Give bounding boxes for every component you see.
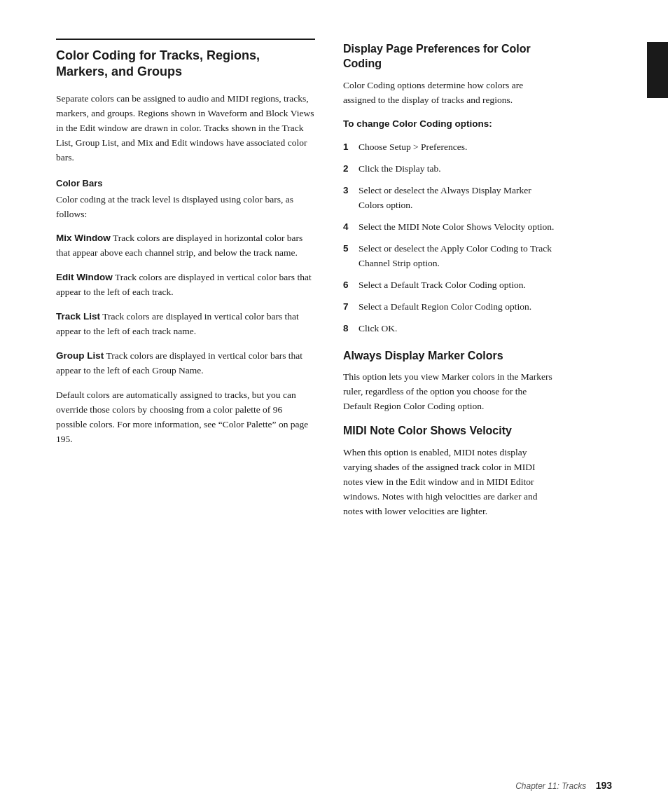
- step-8: 8 Click OK.: [343, 322, 556, 336]
- footer: Chapter 11: Tracks 193: [515, 780, 612, 791]
- step-7-text: Select a Default Region Color Coding opt…: [359, 300, 531, 315]
- step-2-num: 2: [343, 162, 354, 177]
- steps-list: 1 Choose Setup > Preferences. 2 Click th…: [343, 140, 556, 336]
- step-6: 6 Select a Default Track Color Coding op…: [343, 278, 556, 293]
- edit-window-label: Edit Window: [56, 272, 113, 282]
- step-8-num: 8: [343, 322, 354, 336]
- midi-note-title: MIDI Note Color Shows Velocity: [343, 424, 556, 439]
- step-1-num: 1: [343, 140, 354, 155]
- step-3: 3 Select or deselect the Always Display …: [343, 184, 556, 213]
- step-4-text: Select the MIDI Note Color Shows Velocit…: [359, 220, 554, 235]
- chapter-tab: [647, 42, 668, 98]
- color-bars-heading: Color Bars: [56, 178, 315, 188]
- left-intro: Separate colors can be assigned to audio…: [56, 92, 315, 165]
- default-colors: Default colors are automatically assigne…: [56, 388, 315, 447]
- top-border: [56, 39, 315, 40]
- track-list-label: Track List: [56, 311, 100, 322]
- step-5-text: Select or deselect the Apply Color Codin…: [359, 242, 556, 271]
- track-list-item: Track List Track colors are displayed in…: [56, 310, 315, 339]
- right-column: Display Page Preferences for Color Codin…: [343, 42, 612, 529]
- right-intro: Color Coding options determine how color…: [343, 78, 556, 108]
- step-5: 5 Select or deselect the Apply Color Cod…: [343, 242, 556, 271]
- step-8-text: Click OK.: [359, 322, 398, 336]
- columns-wrapper: Color Coding for Tracks, Regions, Marker…: [0, 42, 668, 529]
- page: Color Coding for Tracks, Regions, Marker…: [0, 0, 668, 812]
- procedure-label: To change Color Coding options:: [343, 117, 556, 132]
- right-section-title: Display Page Preferences for Color Codin…: [343, 42, 556, 71]
- step-3-num: 3: [343, 184, 354, 213]
- step-6-text: Select a Default Track Color Coding opti…: [359, 278, 526, 293]
- edit-window-item: Edit Window Track colors are displayed i…: [56, 270, 315, 300]
- step-1: 1 Choose Setup > Preferences.: [343, 140, 556, 155]
- left-column: Color Coding for Tracks, Regions, Marker…: [56, 42, 315, 529]
- always-display-title: Always Display Marker Colors: [343, 349, 556, 364]
- footer-page-number: 193: [596, 780, 612, 791]
- step-2-text: Click the Display tab.: [359, 162, 441, 177]
- step-1-text: Choose Setup > Preferences.: [359, 140, 467, 155]
- step-6-num: 6: [343, 278, 354, 293]
- mix-window-item: Mix Window Track colors are displayed in…: [56, 231, 315, 261]
- step-4: 4 Select the MIDI Note Color Shows Veloc…: [343, 220, 556, 235]
- always-display-text: This option lets you view Marker colors …: [343, 370, 556, 414]
- step-2: 2 Click the Display tab.: [343, 162, 556, 177]
- step-7: 7 Select a Default Region Color Coding o…: [343, 300, 556, 315]
- midi-note-text: When this option is enabled, MIDI notes …: [343, 446, 556, 519]
- step-7-num: 7: [343, 300, 354, 315]
- color-bars-intro: Color coding at the track level is displ…: [56, 193, 315, 222]
- step-3-text: Select or deselect the Always Display Ma…: [359, 184, 556, 213]
- footer-chapter: Chapter 11: Tracks: [515, 781, 586, 791]
- mix-window-label: Mix Window: [56, 233, 111, 243]
- step-5-num: 5: [343, 242, 354, 271]
- group-list-item: Group List Track colors are displayed in…: [56, 349, 315, 378]
- step-4-num: 4: [343, 220, 354, 235]
- group-list-label: Group List: [56, 350, 104, 361]
- left-section-title: Color Coding for Tracks, Regions, Marker…: [56, 48, 315, 79]
